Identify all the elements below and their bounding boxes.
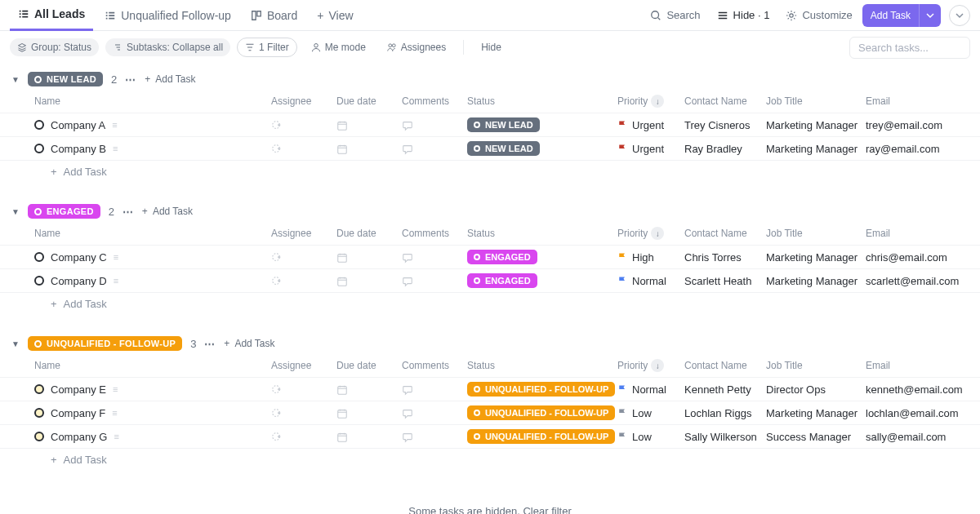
add-task-button[interactable]: Add Task <box>862 4 941 27</box>
assignee-cell[interactable] <box>271 142 336 155</box>
chevron-down-icon[interactable] <box>919 4 941 27</box>
hide-columns-button[interactable]: Hide · 1 <box>710 4 777 27</box>
col-job[interactable]: Job Title <box>766 228 866 239</box>
drag-handle-icon[interactable]: ≡ <box>113 384 118 394</box>
collapse-toggle[interactable]: ▼ <box>11 339 20 348</box>
due-date-cell[interactable] <box>336 118 402 131</box>
assignee-cell[interactable] <box>271 406 336 419</box>
filter-chip[interactable]: 1 Filter <box>237 38 297 57</box>
group-more-menu[interactable]: ⋯ <box>125 73 136 86</box>
col-comments[interactable]: Comments <box>402 95 467 107</box>
me-mode-toggle[interactable]: Me mode <box>304 38 373 56</box>
col-status[interactable]: Status <box>467 360 617 371</box>
task-row[interactable]: Company D≡ENGAGEDNormalScarlett HeathMar… <box>0 268 980 292</box>
task-title[interactable]: Company E <box>51 383 106 396</box>
priority-cell[interactable]: Low <box>617 407 684 419</box>
comments-cell[interactable] <box>402 250 467 264</box>
drag-handle-icon[interactable]: ≡ <box>113 144 118 153</box>
status-cell[interactable]: ENGAGED <box>467 250 617 264</box>
col-contact[interactable]: Contact Name <box>684 95 766 107</box>
due-date-cell[interactable] <box>336 383 402 396</box>
assignee-cell[interactable] <box>271 250 336 264</box>
col-status[interactable]: Status <box>467 228 617 239</box>
drag-handle-icon[interactable]: ≡ <box>114 252 118 262</box>
tab-board[interactable]: Board <box>243 0 305 31</box>
priority-cell[interactable]: Normal <box>617 383 684 396</box>
due-date-cell[interactable] <box>336 430 402 443</box>
col-email[interactable]: Email <box>866 360 969 371</box>
due-date-cell[interactable] <box>336 406 402 419</box>
col-priority[interactable]: Priority ↓ <box>617 95 684 108</box>
clear-filter-link[interactable]: Clear filter <box>523 505 571 514</box>
search-input[interactable] <box>849 37 970 59</box>
col-job[interactable]: Job Title <box>766 95 866 107</box>
status-ring-icon[interactable] <box>34 144 44 153</box>
col-name[interactable]: Name <box>34 228 271 239</box>
customize-button[interactable]: Customize <box>779 4 858 27</box>
col-due[interactable]: Due date <box>336 228 402 239</box>
status-cell[interactable]: NEW LEAD <box>467 117 617 132</box>
task-row[interactable]: Company B≡NEW LEADUrgentRay BradleyMarke… <box>0 136 980 160</box>
task-title[interactable]: Company B <box>51 143 106 155</box>
assignee-cell[interactable] <box>271 430 336 443</box>
task-title[interactable]: Company A <box>51 119 105 131</box>
col-status[interactable]: Status <box>467 95 617 107</box>
group-status-pill[interactable]: UNQUALIFIED - FOLLOW-UP <box>28 336 182 351</box>
task-title[interactable]: Company C <box>51 251 107 264</box>
tab-add-view[interactable]: + View <box>309 0 361 31</box>
col-assignee[interactable]: Assignee <box>271 95 336 107</box>
assignee-cell[interactable] <box>271 274 336 287</box>
col-email[interactable]: Email <box>866 95 969 107</box>
task-title[interactable]: Company F <box>51 407 105 419</box>
status-ring-icon[interactable] <box>34 408 44 418</box>
assignees-toggle[interactable]: Assignees <box>380 38 453 56</box>
priority-cell[interactable]: Normal <box>617 275 684 287</box>
drag-handle-icon[interactable]: ≡ <box>112 408 117 418</box>
col-contact[interactable]: Contact Name <box>684 228 766 239</box>
col-name[interactable]: Name <box>34 95 271 107</box>
col-name[interactable]: Name <box>34 360 271 371</box>
due-date-cell[interactable] <box>336 142 402 155</box>
status-cell[interactable]: ENGAGED <box>467 273 617 288</box>
status-cell[interactable]: UNQUALIFIED - FOLLOW-UP <box>467 405 617 420</box>
task-title[interactable]: Company G <box>51 431 107 443</box>
status-ring-icon[interactable] <box>34 276 44 286</box>
task-title[interactable]: Company D <box>51 275 107 287</box>
add-task-inline[interactable]: +Add Task <box>142 206 193 217</box>
add-task-row[interactable]: +Add Task <box>0 448 980 471</box>
group-status-pill[interactable]: NEW LEAD <box>28 72 103 86</box>
comments-cell[interactable] <box>402 142 467 155</box>
status-cell[interactable]: NEW LEAD <box>467 141 617 156</box>
due-date-cell[interactable] <box>336 250 402 264</box>
tab-all-leads[interactable]: All Leads <box>10 0 93 31</box>
group-status-pill[interactable]: ENGAGED <box>28 204 100 219</box>
col-priority[interactable]: Priority ↓ <box>617 359 684 372</box>
col-contact[interactable]: Contact Name <box>684 360 766 371</box>
status-ring-icon[interactable] <box>34 252 44 262</box>
col-due[interactable]: Due date <box>336 360 402 371</box>
add-task-inline[interactable]: +Add Task <box>224 338 274 349</box>
drag-handle-icon[interactable]: ≡ <box>112 120 117 130</box>
status-ring-icon[interactable] <box>34 384 44 394</box>
due-date-cell[interactable] <box>336 274 402 287</box>
col-priority[interactable]: Priority ↓ <box>617 227 684 240</box>
col-comments[interactable]: Comments <box>402 360 467 371</box>
group-more-menu[interactable]: ⋯ <box>122 206 134 218</box>
col-email[interactable]: Email <box>866 228 969 239</box>
col-assignee[interactable]: Assignee <box>271 228 336 239</box>
comments-cell[interactable] <box>402 430 467 443</box>
comments-cell[interactable] <box>402 274 467 287</box>
group-more-menu[interactable]: ⋯ <box>204 338 216 350</box>
col-due[interactable]: Due date <box>336 95 402 107</box>
drag-handle-icon[interactable]: ≡ <box>114 432 118 441</box>
status-cell[interactable]: UNQUALIFIED - FOLLOW-UP <box>467 382 617 397</box>
comments-cell[interactable] <box>402 383 467 396</box>
add-task-row[interactable]: +Add Task <box>0 292 980 315</box>
task-row[interactable]: Company F≡UNQUALIFIED - FOLLOW-UPLowLoch… <box>0 401 980 424</box>
col-job[interactable]: Job Title <box>766 360 866 371</box>
user-menu[interactable] <box>949 5 970 26</box>
task-row[interactable]: Company G≡UNQUALIFIED - FOLLOW-UPLowSall… <box>0 424 980 448</box>
status-ring-icon[interactable] <box>34 432 44 441</box>
task-row[interactable]: Company E≡UNQUALIFIED - FOLLOW-UPNormalK… <box>0 377 980 401</box>
add-task-row[interactable]: +Add Task <box>0 160 980 183</box>
